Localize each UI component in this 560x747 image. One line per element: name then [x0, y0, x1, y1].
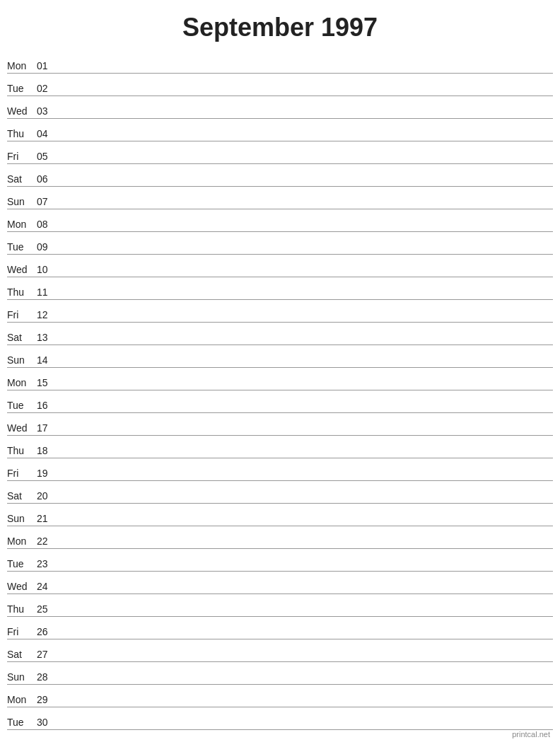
- calendar-row: Fri12: [7, 300, 553, 323]
- calendar-row: Fri26: [7, 617, 553, 639]
- day-number: 26: [37, 626, 58, 637]
- calendar-row: Tue30: [7, 707, 553, 730]
- day-label: Wed: [7, 581, 37, 592]
- day-line: [58, 365, 553, 366]
- calendar-container: Mon01Tue02Wed03Thu04Fri05Sat06Sun07Mon08…: [0, 51, 560, 730]
- day-label: Tue: [7, 83, 37, 94]
- day-line: [58, 116, 553, 117]
- calendar-row: Mon01: [7, 51, 553, 74]
- day-number: 06: [37, 173, 58, 185]
- day-line: [58, 682, 553, 683]
- day-line: [58, 229, 553, 230]
- day-label: Thu: [7, 445, 37, 456]
- day-label: Wed: [7, 264, 37, 275]
- day-line: [58, 705, 553, 705]
- day-number: 07: [37, 196, 58, 207]
- day-label: Fri: [7, 309, 37, 320]
- calendar-row: Mon15: [7, 368, 553, 390]
- day-line: [58, 252, 553, 253]
- day-line: [58, 637, 553, 637]
- day-line: [58, 546, 553, 547]
- day-number: 11: [37, 286, 58, 298]
- day-label: Fri: [7, 468, 37, 479]
- day-number: 25: [37, 603, 58, 615]
- calendar-row: Tue16: [7, 390, 553, 413]
- day-line: [58, 207, 553, 207]
- calendar-row: Wed24: [7, 572, 553, 594]
- day-label: Wed: [7, 105, 37, 117]
- calendar-row: Mon08: [7, 209, 553, 232]
- day-line: [58, 478, 553, 479]
- calendar-row: Thu25: [7, 594, 553, 617]
- page-title: September 1997: [0, 0, 560, 51]
- day-label: Mon: [7, 377, 37, 388]
- day-label: Fri: [7, 626, 37, 637]
- calendar-row: Wed17: [7, 413, 553, 436]
- day-line: [58, 71, 553, 71]
- day-label: Tue: [7, 558, 37, 569]
- day-label: Thu: [7, 603, 37, 615]
- day-number: 27: [37, 649, 58, 660]
- day-number: 04: [37, 128, 58, 139]
- day-line: [58, 523, 553, 524]
- calendar-row: Thu18: [7, 436, 553, 458]
- day-number: 13: [37, 332, 58, 343]
- day-line: [58, 161, 553, 162]
- calendar-row: Sun14: [7, 345, 553, 368]
- day-label: Mon: [7, 219, 37, 230]
- day-line: [58, 591, 553, 592]
- day-number: 30: [37, 717, 58, 728]
- calendar-row: Wed03: [7, 96, 553, 119]
- day-number: 18: [37, 445, 58, 456]
- day-label: Tue: [7, 241, 37, 253]
- day-label: Tue: [7, 400, 37, 411]
- day-number: 21: [37, 513, 58, 524]
- day-line: [58, 614, 553, 615]
- day-number: 03: [37, 105, 58, 117]
- calendar-row: Fri19: [7, 458, 553, 481]
- day-line: [58, 297, 553, 298]
- day-number: 01: [37, 60, 58, 71]
- day-number: 14: [37, 354, 58, 366]
- day-label: Mon: [7, 60, 37, 71]
- calendar-row: Wed10: [7, 255, 553, 277]
- day-line: [58, 274, 553, 275]
- day-label: Sat: [7, 490, 37, 502]
- day-label: Sun: [7, 354, 37, 366]
- calendar-row: Sat06: [7, 164, 553, 187]
- day-number: 15: [37, 377, 58, 388]
- day-line: [58, 659, 553, 660]
- day-number: 17: [37, 422, 58, 434]
- day-number: 20: [37, 490, 58, 502]
- day-number: 08: [37, 219, 58, 230]
- day-line: [58, 320, 553, 320]
- calendar-row: Sat27: [7, 639, 553, 662]
- day-number: 05: [37, 151, 58, 162]
- calendar-row: Sun28: [7, 662, 553, 685]
- day-label: Sun: [7, 513, 37, 524]
- day-label: Thu: [7, 128, 37, 139]
- day-label: Sat: [7, 332, 37, 343]
- day-number: 09: [37, 241, 58, 253]
- footer-text: printcal.net: [512, 730, 550, 739]
- day-label: Sun: [7, 671, 37, 683]
- day-line: [58, 410, 553, 411]
- day-line: [58, 184, 553, 185]
- day-label: Fri: [7, 151, 37, 162]
- day-line: [58, 569, 553, 569]
- day-label: Thu: [7, 286, 37, 298]
- calendar-row: Sat20: [7, 481, 553, 504]
- calendar-row: Mon22: [7, 526, 553, 549]
- day-line: [58, 727, 553, 728]
- day-label: Mon: [7, 694, 37, 705]
- day-label: Sat: [7, 173, 37, 185]
- day-number: 28: [37, 671, 58, 683]
- day-number: 02: [37, 83, 58, 94]
- day-number: 12: [37, 309, 58, 320]
- day-number: 10: [37, 264, 58, 275]
- day-line: [58, 342, 553, 343]
- day-number: 19: [37, 468, 58, 479]
- calendar-row: Tue23: [7, 549, 553, 572]
- day-line: [58, 456, 553, 456]
- calendar-row: Sun21: [7, 504, 553, 526]
